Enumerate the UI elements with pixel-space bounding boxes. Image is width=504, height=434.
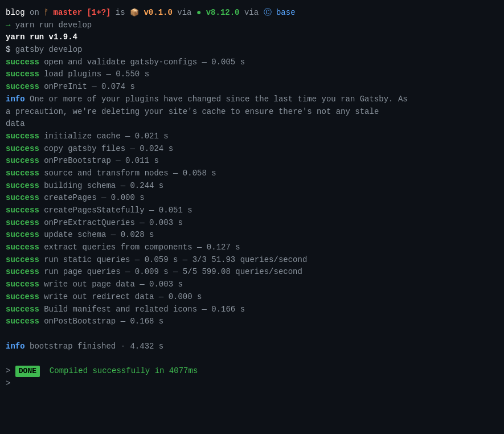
terminal-message: success onPreInit — 0.074 s xyxy=(6,81,498,93)
success-label: success xyxy=(6,230,39,239)
terminal-message: success update schema — 0.028 s xyxy=(6,229,498,241)
message-text: run page queries — 0.009 s — 5/5 599.08 … xyxy=(39,267,302,276)
success-label: success xyxy=(6,243,39,252)
blog-label: blog xyxy=(6,8,25,17)
success-label: success xyxy=(6,132,39,141)
terminal-message: success initialize cache — 0.021 s xyxy=(6,130,498,143)
messages-container: success open and validate gatsby-configs… xyxy=(6,56,498,328)
message-text: source and transform nodes — 0.058 s xyxy=(39,169,216,178)
message-text: One or more of your plugins have changed… xyxy=(6,95,408,128)
info-label: info xyxy=(6,95,25,104)
terminal-message: success load plugins — 0.550 s xyxy=(6,68,498,81)
done-line: > DONE Compiled successfully in 4077ms xyxy=(6,365,498,378)
bootstrap-line: info bootstrap finished - 4.432 s xyxy=(6,341,498,353)
success-label: success xyxy=(6,317,39,326)
terminal-message: success onPostBootstrap — 0.168 s xyxy=(6,316,498,328)
terminal-message: success building schema — 0.244 s xyxy=(6,180,498,193)
terminal-message: success Build manifest and related icons… xyxy=(6,304,498,316)
message-text: open and validate gatsby-configs — 0.005… xyxy=(39,58,245,67)
success-label: success xyxy=(6,58,39,67)
terminal-window: blog on ᚠ master [1+?] is 📦 v0.1.0 via ●… xyxy=(6,7,498,390)
message-text: onPreExtractQueries — 0.003 s xyxy=(39,218,183,227)
terminal-message: success run static queries — 0.059 s — 3… xyxy=(6,254,498,267)
message-text: Build manifest and related icons — 0.166… xyxy=(39,305,245,314)
message-text: copy gatsby files — 0.024 s xyxy=(39,144,173,153)
compiled-text: Compiled successfully in 4077ms xyxy=(40,366,198,375)
message-text: write out redirect data — 0.000 s xyxy=(39,292,202,301)
message-text: update schema — 0.028 s xyxy=(39,230,154,239)
node-version: v8.12.0 xyxy=(201,8,239,17)
success-label: success xyxy=(6,255,39,264)
success-label: success xyxy=(6,69,39,79)
success-label: success xyxy=(6,267,39,276)
base-label: base xyxy=(272,8,296,17)
header-line: blog on ᚠ master [1+?] is 📦 v0.1.0 via ●… xyxy=(6,7,498,19)
terminal-message: success run page queries — 0.009 s — 5/5… xyxy=(6,266,498,279)
terminal-message: success copy gatsby files — 0.024 s xyxy=(6,143,498,155)
success-label: success xyxy=(6,156,39,165)
message-text: write out page data — 0.003 s xyxy=(39,280,183,289)
info-label-bootstrap: info xyxy=(6,342,25,351)
terminal-message: success write out redirect data — 0.000 … xyxy=(6,291,498,304)
message-text: run static queries — 0.059 s — 3/3 51.93… xyxy=(39,255,307,264)
via1-text: via xyxy=(173,8,196,17)
pkg-icon: 📦 xyxy=(130,9,139,17)
terminal-message: success write out page data — 0.003 s xyxy=(6,279,498,291)
terminal-message: info One or more of your plugins have ch… xyxy=(6,93,498,130)
message-text: onPreInit — 0.074 s xyxy=(39,82,135,91)
success-label: success xyxy=(6,292,39,301)
done-badge: DONE xyxy=(15,366,40,377)
terminal-message: success open and validate gatsby-configs… xyxy=(6,56,498,69)
prompt-line: > xyxy=(6,378,498,390)
pkg-version: v0.1.0 xyxy=(139,8,173,17)
terminal-message: success onPreExtractQueries — 0.003 s xyxy=(6,217,498,230)
success-label: success xyxy=(6,144,39,153)
success-label: success xyxy=(6,206,39,215)
message-text: onPreBootstrap — 0.011 s xyxy=(39,156,159,165)
message-text: extract queries from components — 0.127 … xyxy=(39,243,240,252)
bootstrap-text: bootstrap finished - 4.432 s xyxy=(25,342,164,351)
prompt-gt: > xyxy=(6,366,15,375)
message-text: createPages — 0.000 s xyxy=(39,193,145,202)
success-label: success xyxy=(6,280,39,289)
empty-line-2 xyxy=(6,353,498,365)
terminal-message: success extract queries from components … xyxy=(6,241,498,254)
success-label: success xyxy=(6,193,39,202)
yarn-version-line: yarn run v1.9.4 xyxy=(6,31,498,44)
status-text: [1+?] xyxy=(87,8,110,17)
on-text: on xyxy=(25,8,44,17)
success-label: success xyxy=(6,305,39,314)
success-label: success xyxy=(6,181,39,190)
base-icon: Ⓒ xyxy=(264,8,272,17)
arrow-cmd: yarn run develop xyxy=(10,21,92,30)
message-text: building schema — 0.244 s xyxy=(39,181,163,190)
message-text: initialize cache — 0.021 s xyxy=(39,132,169,141)
dollar-prompt: $ xyxy=(6,45,15,54)
message-text: createPagesStatefully — 0.051 s xyxy=(39,206,192,215)
success-label: success xyxy=(6,169,39,178)
terminal-message: success source and transform nodes — 0.0… xyxy=(6,167,498,180)
message-text: onPostBootstrap — 0.168 s xyxy=(39,317,163,326)
gatsby-cmd-line: $ gatsby develop xyxy=(6,44,498,56)
is-text: is xyxy=(110,8,130,17)
message-text: load plugins — 0.550 s xyxy=(39,69,149,79)
arrow-line: → yarn run develop xyxy=(6,19,498,32)
terminal-message: success createPagesStatefully — 0.051 s xyxy=(6,204,498,217)
empty-line-1 xyxy=(6,328,498,341)
success-label: success xyxy=(6,82,39,91)
branch-name: master xyxy=(48,8,87,17)
via2-text: via xyxy=(240,8,264,17)
success-label: success xyxy=(6,218,39,227)
prompt-gt-2: > xyxy=(6,379,10,388)
gatsby-develop-cmd: gatsby develop xyxy=(15,45,83,54)
terminal-message: success createPages — 0.000 s xyxy=(6,192,498,204)
terminal-message: success onPreBootstrap — 0.011 s xyxy=(6,155,498,167)
